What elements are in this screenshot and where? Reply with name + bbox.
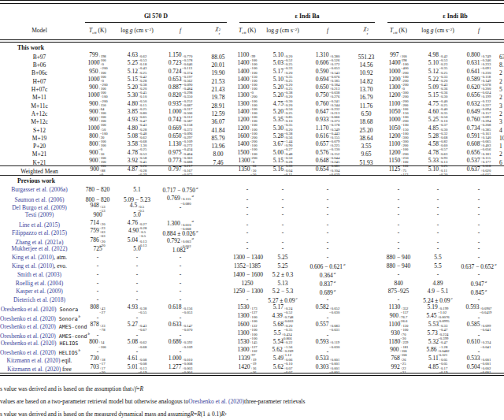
- error-bounds: +0.28−0.29: [138, 169, 146, 177]
- label-text: (cm s: [434, 27, 448, 34]
- citation-link[interactable]: Smith et al. (2003): [17, 271, 61, 278]
- model-name-cell: B+06: [0, 62, 79, 69]
- label-text: Model: [32, 27, 47, 34]
- value-cell: -: [117, 281, 158, 287]
- model-label: H+07c: [32, 86, 47, 93]
- value-cell: 0.654+0.104−0.039: [304, 166, 351, 177]
- model-name-cell: S+12: [0, 128, 79, 134]
- citation-link[interactable]: Oreshenko et al. (2020): [1, 306, 57, 313]
- footnote-mark: a: [334, 288, 336, 292]
- model-code-label: Sonora: [56, 316, 78, 322]
- citation-link[interactable]: Oreshenko et al. (2020): [1, 340, 57, 347]
- citation-link[interactable]: Roellig et al. (2004): [16, 280, 63, 287]
- label-text: log: [266, 27, 275, 34]
- sub-sup-stack: 2r: [367, 28, 369, 36]
- model-label: M+21: [32, 151, 46, 158]
- error-bounds: +17−20: [99, 366, 105, 374]
- value-cell: 0.717 − 0.750a: [158, 186, 203, 193]
- model-name-cell: Kitzmann et al. (2020) free: [0, 366, 79, 373]
- value-cell: 4.87+0.28−0.29: [117, 166, 158, 177]
- citation-link[interactable]: Testi (2009): [25, 211, 54, 218]
- citation-link[interactable]: Oreshenko et al. (2020): [0, 332, 56, 339]
- citation-link[interactable]: Oreshenko et al. (2020): [0, 349, 56, 356]
- footnote-mark: a: [343, 262, 346, 266]
- value-cell: 36.07: [203, 119, 233, 125]
- footnote-mark: a: [485, 280, 487, 284]
- value-cell: 0.585+0.099−0.041: [460, 322, 498, 332]
- previous-work-row: Line et al. (2015)714+20−234.76+0.27−0.2…: [0, 219, 504, 228]
- error-bounds: +0.020−0.025: [480, 169, 491, 177]
- citation-link[interactable]: Zhang et al. (2021a): [16, 239, 64, 246]
- citation-link[interactable]: Line et al. (2015): [19, 221, 60, 229]
- value-cell: 875−925: [381, 288, 416, 295]
- citation-link[interactable]: Burgasser et al. (2006a): [11, 186, 68, 193]
- model-name-cell: A+12c: [0, 111, 79, 117]
- value-cell: 1.082a: [158, 246, 203, 253]
- value-cell: -: [79, 263, 117, 269]
- value-cell: 19.78: [203, 95, 233, 101]
- citation-link[interactable]: Mukherjee et al. (2022): [12, 245, 68, 252]
- value-cell: 0.610+0.234−0.041: [460, 339, 498, 349]
- error-bounds: +0.002−0.001: [480, 366, 491, 374]
- logg-column-header: log g (cm s−2): [416, 28, 460, 34]
- value-cell: -: [416, 205, 460, 211]
- footnote-mark: a: [196, 229, 198, 233]
- citation-link[interactable]: Oreshenko et al. (2020): [188, 398, 244, 405]
- citation-link[interactable]: King et al. (2010): [12, 262, 54, 269]
- citation-link[interactable]: Oreshenko et al. (2020): [0, 315, 56, 322]
- footnote-1: values are based on a two-parameter retr…: [0, 395, 504, 407]
- model-label: M+12c: [31, 118, 48, 125]
- value-cell: 1250: [233, 281, 261, 287]
- citation-link[interactable]: Kitzmann et al. (2020): [7, 357, 61, 364]
- value-cell: 5.25: [261, 255, 304, 261]
- value-cell: 88.05: [203, 54, 233, 61]
- previous-work-row: Mukherjee et al. (2022)7255.01.082a-----…: [0, 245, 504, 254]
- value-cell: 5.0: [117, 246, 158, 252]
- value-cell: 18.68: [351, 119, 381, 125]
- value-cell: 5.1: [117, 187, 158, 193]
- value-cell: 840: [381, 281, 416, 287]
- footnote-mark: a: [495, 262, 497, 266]
- value-cell: -: [416, 187, 460, 193]
- model-name-cell: M+12c: [0, 119, 79, 125]
- value-cell: -: [381, 205, 416, 211]
- value-cell: 5.2 ± 0.3: [261, 272, 304, 278]
- model-name-cell: Roellig et al. (2004): [0, 281, 79, 287]
- object-header-0: Gl 570 D: [85, 13, 227, 23]
- value-cell: -: [304, 187, 351, 193]
- citation-link[interactable]: Filippazzo et al. (2015): [12, 229, 67, 236]
- value-cell: 900: [79, 212, 117, 218]
- value-cell: 5.5: [416, 263, 460, 269]
- value-cell: 38.64: [351, 136, 381, 142]
- model-name-cell: Oreshenko et al. (2020) AMES-condb: [0, 332, 79, 339]
- citation-link[interactable]: Del Burgo et al. (2009): [12, 204, 67, 211]
- chi2-cell-cut: 10: [498, 136, 504, 142]
- citation-link[interactable]: Oreshenko et al. (2020): [0, 323, 56, 330]
- error-bounds: +0.003−0.004: [182, 366, 192, 374]
- value-cell: -: [233, 230, 261, 236]
- model-name-cell: King et al. (2010), atm.: [0, 255, 79, 261]
- citation-link[interactable]: Kitzmann et al. (2020): [7, 366, 61, 373]
- error-bounds: +0.167−0.073: [182, 169, 192, 177]
- value-cell: 7.46: [203, 160, 233, 166]
- citation-link[interactable]: Dieterich et al. (2018): [13, 296, 65, 303]
- value-cell: -: [460, 187, 498, 193]
- citation-link[interactable]: King et al. (2010): [12, 254, 54, 261]
- label-text: ): [297, 27, 299, 34]
- label-text: f: [327, 27, 328, 34]
- citation-link[interactable]: Kasper et al. (2009): [16, 288, 63, 295]
- model-code-label: HELIOS: [56, 350, 78, 356]
- value-cell: 4.89: [416, 281, 460, 287]
- value-cell: -: [416, 230, 460, 236]
- value-cell: 992+22−21: [381, 364, 416, 374]
- paper-table-page: Gl 570 Dε Indi Baε Indi BbModelTeff (K)l…: [0, 0, 504, 420]
- error-bounds: +22−21: [400, 366, 406, 374]
- previous-work-row: Zhang et al. (2021a)786+20−205.04+0.13−0…: [0, 236, 504, 245]
- value-cell: 5.5: [416, 255, 460, 261]
- error-bounds: +0.07−0.07: [284, 366, 292, 374]
- value-cell: -: [79, 272, 117, 278]
- value-cell: -: [460, 212, 498, 218]
- logg-column-header: log g (cm s−2): [261, 28, 304, 34]
- citation-link[interactable]: Saumon et al. (2006): [15, 196, 65, 203]
- value-cell: -: [233, 297, 261, 303]
